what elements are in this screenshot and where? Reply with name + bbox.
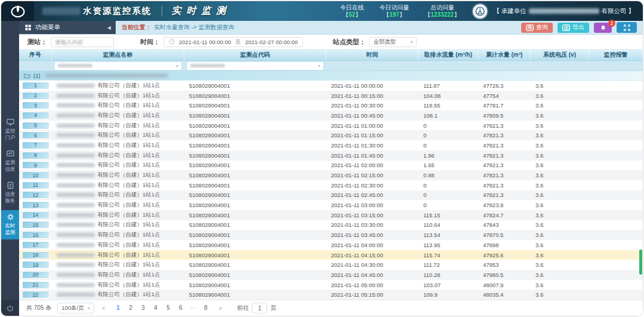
cell-voltage: 3.6 (531, 162, 589, 168)
cell-code: 5108029004001 (184, 102, 326, 109)
chevron-down-icon: ▾ (88, 306, 90, 311)
table-row[interactable]: 13 有限公司（自建）1站1点 5108029004001 2021-01-11… (19, 200, 643, 210)
alarm-button[interactable]: 2 (594, 23, 612, 33)
table-row[interactable]: 18 有限公司（自建）1站1点 5108029004001 2021-01-11… (19, 250, 643, 260)
row-index-chip: 17 (22, 241, 49, 249)
time-to-value[interactable]: 2021-02-27 00:00:00 (245, 39, 298, 45)
fullscreen-button[interactable] (617, 22, 637, 33)
row-index-chip: 12 (22, 191, 49, 199)
redacted-name-prefix (57, 283, 95, 287)
sidebar-item-label: 监控门户 (4, 128, 17, 141)
cell-code: 5108029004001 (184, 252, 326, 258)
table-row[interactable]: 7 有限公司（自建）1站1点 5108029004001 2021-01-11 … (19, 140, 643, 150)
cell-time: 2021-01-11 01:15:00 (326, 132, 419, 139)
page-button[interactable]: 4 (151, 303, 161, 313)
column-header-total[interactable]: 累计水量 (m³) (478, 50, 531, 60)
page-button[interactable]: 3 (138, 303, 148, 313)
cell-flow: 1.65 (419, 162, 478, 168)
group-row[interactable]: (1) (19, 71, 643, 81)
export-button-label: 导出 (572, 23, 584, 32)
column-header-alarm[interactable]: 监控报警 (589, 50, 643, 60)
function-menu-header[interactable]: 功能菜单 ◀ (19, 21, 116, 34)
cell-flow: 0 (419, 182, 478, 189)
table-row[interactable]: 17 有限公司（自建）1站1点 5108029004001 2021-01-11… (19, 240, 643, 250)
cell-total: 47821.3 (478, 152, 531, 159)
name-suffix: 有限公司（自建）1站1点 (97, 101, 160, 109)
filter-row: 测站： 时间： 2021-01-11 00:00:00 至 2021-02-27… (19, 35, 643, 50)
table-row[interactable]: 10 有限公司（自建）1站1点 5108029004001 2021-01-11… (19, 170, 643, 180)
query-button[interactable]: 查询 (521, 23, 553, 33)
page-button[interactable]: 2 (126, 303, 136, 313)
table-row[interactable]: 22 有限公司（自建）1站1点 5108029004001 2021-01-11… (19, 290, 643, 300)
column-header-voltage[interactable]: 系统电压 (v) (531, 50, 589, 60)
cell-voltage: 3.6 (531, 202, 589, 208)
search-icon (526, 24, 534, 31)
sidebar-item-portal[interactable]: 监控门户 (1, 115, 19, 144)
prev-page-button[interactable]: < (100, 305, 107, 312)
sidebar-item-monitor-info[interactable]: 监测信息 (1, 147, 19, 176)
page-button[interactable]: 8 (201, 303, 211, 313)
redacted-name-prefix (57, 203, 95, 207)
scrollbar-thumb[interactable] (639, 250, 642, 275)
stat-number: 197 (389, 11, 400, 18)
cell-total: 47843 (478, 221, 531, 228)
cell-total: 47823.8 (478, 202, 531, 208)
row-index-chip: 10 (22, 171, 49, 179)
table-row[interactable]: 19 有限公司（自建）1站1点 5108029004001 2021-01-11… (19, 260, 643, 270)
code-filter-select[interactable]: ▾ (187, 62, 323, 70)
name-filter-select[interactable]: ▾ (55, 62, 181, 70)
export-button[interactable]: 导出 (558, 23, 589, 33)
next-page-button[interactable]: > (217, 305, 224, 312)
cell-time: 2021-01-11 02:15:00 (326, 172, 419, 178)
table-row[interactable]: 9 有限公司（自建）1站1点 5108029004001 2021-01-11 … (19, 161, 643, 171)
column-header-time[interactable]: 时间 (326, 50, 419, 60)
cell-voltage: 3.6 (531, 242, 589, 248)
cell-total: 47824.7 (478, 212, 531, 218)
page-ellipsis: ··· (188, 303, 199, 313)
station-type-value: 全部类型 (373, 38, 410, 46)
table-row[interactable]: 4 有限公司（自建）1站1点 5108029004001 2021-01-11 … (19, 110, 643, 121)
page-button[interactable]: 5 (163, 303, 174, 313)
table-row[interactable]: 14 有限公司（自建）1站1点 5108029004001 2021-01-11… (19, 210, 643, 220)
table-row[interactable]: 21 有限公司（自建）1站1点 5108029004001 2021-01-11… (19, 280, 643, 290)
time-range-picker[interactable]: 2021-01-11 00:00:00 至 2021-02-27 00:00:0… (163, 37, 303, 47)
redacted-org-name (529, 8, 599, 14)
table-row[interactable]: 11 有限公司（自建）1站1点 5108029004001 2021-01-11… (19, 180, 643, 190)
column-header-name[interactable]: 监测点名称 (52, 50, 184, 60)
column-header-flow[interactable]: 取排水流量 (m³/h) (419, 50, 478, 60)
redacted-name-prefix (57, 94, 95, 98)
bracket: 【 (343, 11, 349, 18)
table-row[interactable]: 2 有限公司（自建）1站1点 5108029004001 2021-01-11 … (19, 91, 643, 101)
goto-page-input[interactable] (252, 303, 267, 313)
page-size-select[interactable]: 100条/页 ▾ (57, 303, 94, 313)
table-row[interactable]: 15 有限公司（自建）1站1点 5108029004001 2021-01-11… (19, 220, 643, 230)
collapse-menu-icon[interactable]: ◀ (106, 24, 112, 32)
table-row[interactable]: 6 有限公司（自建）1站1点 5108029004001 2021-01-11 … (19, 130, 643, 140)
station-type-select[interactable]: 全部类型 ▾ (369, 37, 417, 47)
station-label: 测站： (27, 38, 47, 47)
cell-code: 5108029004001 (184, 232, 326, 238)
table-row[interactable]: 1 有限公司（自建）1站1点 5108029004001 2021-01-11 … (19, 81, 643, 91)
table-row[interactable]: 12 有限公司（自建）1站1点 5108029004001 2021-01-11… (19, 190, 643, 201)
table-row[interactable]: 5 有限公司（自建）1站1点 5108029004001 2021-01-11 … (19, 121, 643, 131)
stat-number: 52 (349, 11, 355, 18)
sidebar-item-realtime[interactable]: 实时监测 (1, 210, 19, 239)
logout-power-button[interactable] (1, 300, 19, 316)
row-index-chip: 6 (22, 131, 49, 139)
table-row[interactable]: 20 有限公司（自建）1站1点 5108029004001 2021-01-11… (19, 270, 643, 280)
table-row[interactable]: 8 有限公司（自建）1站1点 5108029004001 2021-01-11 … (19, 150, 643, 161)
column-header-index[interactable]: 序号 (19, 50, 52, 60)
sidebar-item-info-service[interactable]: 信息服务 (1, 178, 19, 208)
column-header-code[interactable]: 监测点代码 (184, 50, 326, 60)
time-from-value[interactable]: 2021-01-11 00:00:00 (179, 39, 231, 45)
page-button[interactable]: 6 (176, 303, 186, 313)
table-row[interactable]: 3 有限公司（自建）1站1点 5108029004001 2021-01-11 … (19, 100, 643, 110)
cell-code: 5108029004001 (184, 142, 326, 149)
page-button[interactable]: 1 (113, 303, 123, 313)
station-input[interactable] (51, 37, 114, 47)
fullscreen-icon (624, 24, 630, 31)
system-title: 水资源监控系统 (83, 5, 152, 17)
cell-flow: 104.08 (419, 93, 478, 99)
avatar[interactable] (473, 4, 487, 19)
table-row[interactable]: 16 有限公司（自建）1站1点 5108029004001 2021-01-11… (19, 230, 643, 240)
